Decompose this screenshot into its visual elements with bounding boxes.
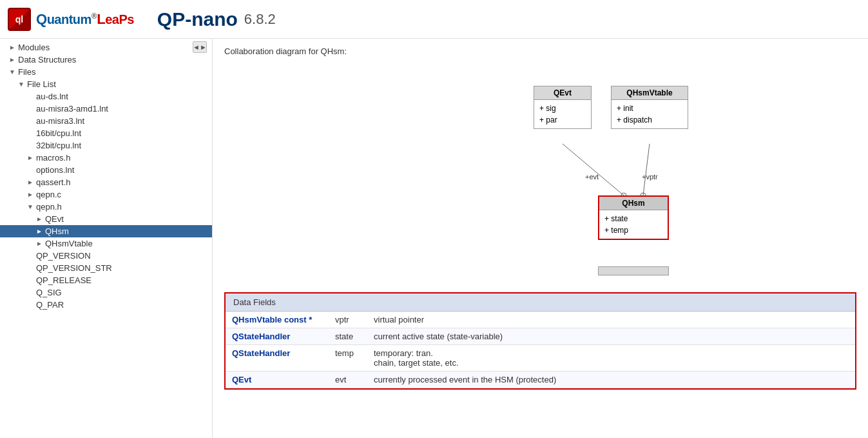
sidebar-item-label: QP_VERSION_STR [36, 263, 112, 273]
data-fields-table: QHsmVtable const * vptr virtual pointer … [226, 312, 855, 388]
sidebar-item-label: au-ds.lnt [36, 92, 68, 101]
sidebar-item-label: Q_SIG [36, 288, 62, 297]
svg-text:+evt: +evt [585, 173, 599, 181]
sidebar-item-label: QHsmVtable [45, 239, 93, 248]
sidebar-item-q-par[interactable]: Q_PAR [0, 299, 212, 311]
sidebar-item-label: au-misra3-amd1.lnt [36, 104, 108, 114]
sidebar-scroll-btn[interactable]: ◄► [193, 41, 207, 53]
table-cell-type: QStateHandler [226, 328, 329, 345]
sidebar-item-qhsm[interactable]: QHsm [0, 225, 212, 237]
app-title: QP-nano [157, 8, 238, 30]
sidebar-item-label: Data Structures [18, 55, 76, 65]
sidebar-item-modules[interactable]: Modules [0, 41, 212, 54]
logo-text: Quantum®LeaPs [36, 11, 134, 28]
sidebar-item-options-lnt[interactable]: options.lnt [0, 164, 212, 176]
header: ql Quantum®LeaPs QP-nano 6.8.2 [0, 0, 868, 39]
svg-text:+vptr: +vptr [642, 173, 658, 181]
arrow-icon [9, 44, 15, 51]
table-cell-desc: currently processed event in the HSM (pr… [367, 372, 855, 388]
sidebar-item-label: au-misra3.lnt [36, 116, 84, 126]
svg-line-0 [563, 144, 624, 195]
arrow-icon [36, 228, 43, 235]
ql-icon: ql [8, 8, 31, 31]
sidebar-item-au-misra3-amd1[interactable]: au-misra3-amd1.lnt [0, 103, 212, 115]
arrow-icon [27, 191, 34, 198]
data-table-body: QHsmVtable const * vptr virtual pointer … [226, 312, 855, 388]
sidebar-item-macros-h[interactable]: macros.h [0, 152, 212, 164]
sidebar-item-qassert-h[interactable]: qassert.h [0, 176, 212, 188]
table-cell-name: evt [329, 372, 367, 388]
table-row: QHsmVtable const * vptr virtual pointer [226, 312, 855, 328]
sidebar-item-au-misra3[interactable]: au-misra3.lnt [0, 115, 212, 127]
sidebar-item-q-sig[interactable]: Q_SIG [0, 286, 212, 299]
sidebar-item-label: QEvt [45, 214, 64, 224]
sidebar-item-16bit-cpu[interactable]: 16bit/cpu.lnt [0, 127, 212, 139]
sidebar-item-32bit-cpu[interactable]: 32bit/cpu.lnt [0, 139, 212, 152]
sidebar-item-label: qepn.c [36, 190, 61, 199]
table-row: QEvt evt currently processed event in th… [226, 372, 855, 388]
sidebar-item-qepn-c[interactable]: qepn.c [0, 188, 212, 201]
sidebar: ◄► ModulesData StructuresFilesFile Lista… [0, 39, 213, 438]
collab-title: Collaboration diagram for QHsm: [224, 46, 856, 56]
arrow-icon [9, 56, 15, 63]
sidebar-item-label: qepn.h [36, 202, 62, 212]
uml-qevt-title: QEvt [534, 86, 591, 100]
sidebar-item-data-structures[interactable]: Data Structures [0, 54, 212, 66]
arrow-icon [27, 203, 34, 210]
sidebar-item-qp-release[interactable]: QP_RELEASE [0, 274, 212, 286]
sidebar-item-label: macros.h [36, 153, 70, 163]
uml-qevt-body: + sig + par [534, 100, 591, 128]
table-cell-type: QHsmVtable const * [226, 312, 329, 328]
uml-qhsm-title: QHsm [599, 197, 668, 210]
arrow-icon [27, 179, 34, 186]
sidebar-item-label: File List [27, 79, 56, 89]
sidebar-item-label: qassert.h [36, 177, 70, 187]
uml-qevt-box: QEvt + sig + par [534, 86, 592, 129]
table-cell-name: vptr [329, 312, 367, 328]
sidebar-item-label: QP_VERSION [36, 251, 91, 261]
arrow-icon [36, 215, 43, 223]
data-fields-header: Data Fields [226, 294, 855, 312]
sidebar-item-label: 32bit/cpu.lnt [36, 141, 81, 150]
svg-line-2 [643, 144, 650, 195]
arrow-icon [27, 154, 34, 161]
table-cell-desc: current active state (state-variable) [367, 328, 855, 345]
table-cell-type: QStateHandler [226, 345, 329, 372]
sidebar-item-label: Files [18, 67, 35, 77]
table-cell-desc: temporary: tran.chain, target state, etc… [367, 345, 855, 372]
collab-diagram: +evt +vptr QEvt + sig + par QHsmVtable +… [224, 66, 856, 286]
app-version: 6.8.2 [244, 11, 276, 28]
sidebar-item-au-ds[interactable]: au-ds.lnt [0, 90, 212, 103]
sidebar-item-label: Q_PAR [36, 300, 64, 310]
sidebar-item-files[interactable]: Files [0, 66, 212, 78]
sidebar-item-qp-version-str[interactable]: QP_VERSION_STR [0, 262, 212, 274]
uml-qhsm-body: + state + temp [599, 210, 668, 239]
logo: ql Quantum®LeaPs [8, 8, 134, 31]
sidebar-item-label: Modules [18, 43, 50, 52]
sidebar-item-qhsmvtable[interactable]: QHsmVtable [0, 237, 212, 250]
arrow-icon [18, 81, 24, 88]
sidebar-item-qp-version[interactable]: QP_VERSION [0, 250, 212, 262]
uml-qhsmvtable-title: QHsmVtable [612, 86, 688, 100]
uml-qhsm-box: QHsm + state + temp [598, 195, 669, 240]
sidebar-item-label: QHsm [45, 226, 69, 236]
table-row: QStateHandler temp temporary: tran.chain… [226, 345, 855, 372]
table-row: QStateHandler state current active state… [226, 328, 855, 345]
sidebar-item-qepn-h[interactable]: qepn.h [0, 201, 212, 213]
sidebar-item-qevt[interactable]: QEvt [0, 213, 212, 225]
table-cell-desc: virtual pointer [367, 312, 855, 328]
arrow-icon [9, 68, 15, 75]
table-cell-type: QEvt [226, 372, 329, 388]
sidebar-item-label: QP_RELEASE [36, 275, 92, 285]
table-cell-name: state [329, 328, 367, 345]
data-fields-table-container: Data Fields QHsmVtable const * vptr virt… [224, 292, 856, 390]
sidebar-item-file-list[interactable]: File List [0, 78, 212, 90]
main-layout: ◄► ModulesData StructuresFilesFile Lista… [0, 39, 868, 438]
sidebar-tree: ModulesData StructuresFilesFile Listau-d… [0, 41, 212, 311]
sidebar-item-label: options.lnt [36, 165, 74, 175]
uml-qhsmvtable-body: + init + dispatch [612, 100, 688, 128]
uml-qhsmvtable-box: QHsmVtable + init + dispatch [611, 86, 688, 129]
sidebar-item-label: 16bit/cpu.lnt [36, 128, 81, 138]
content-area: Collaboration diagram for QHsm: +evt +vp… [213, 39, 868, 438]
uml-qhsm-extra [598, 266, 669, 275]
